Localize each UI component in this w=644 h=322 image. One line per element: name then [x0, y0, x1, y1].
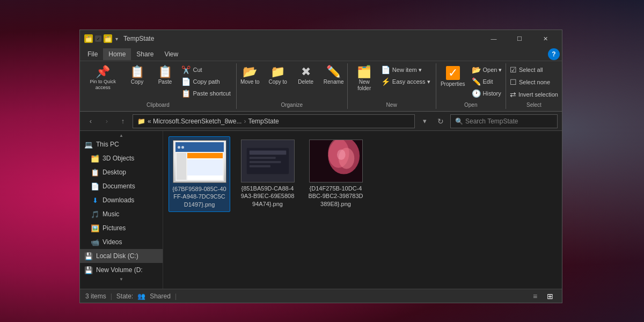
forward-button[interactable]: › [100, 115, 113, 128]
pin-icon: 📌 [96, 66, 110, 78]
content-area[interactable]: {67BF9589-085C-40FF-A948-7DC9C5CD1497}.p… [163, 131, 562, 289]
minimize-button[interactable]: — [481, 30, 506, 47]
close-button[interactable]: ✕ [533, 30, 558, 47]
thumb1-side [177, 153, 186, 180]
file-name-1: {851BA59D-CA88-49A3-B9EC-69E580894A74}.p… [240, 185, 295, 208]
organize-items: 📂 Move to 📁 Copy to ✖ Delete ✏️ Rename [237, 64, 347, 100]
sidebar-item-desktop[interactable]: 📋 Desktop [80, 165, 163, 179]
menu-file[interactable]: File [82, 48, 103, 60]
refresh-button[interactable]: ↻ [434, 115, 447, 128]
copy-path-button[interactable]: 📄 Copy path [179, 76, 232, 87]
sidebar-item-videos[interactable]: 📹 Videos [80, 235, 163, 249]
new-label: New [386, 102, 397, 108]
new-folder-button[interactable]: 🗂️ New folder [351, 64, 378, 93]
copy-button[interactable]: 📋 Copy [123, 64, 150, 87]
new-item-button[interactable]: 📄 New item ▾ [379, 64, 433, 75]
maximize-button[interactable]: ☐ [507, 30, 532, 47]
select-items: ☑ Select all ☐ Select none ⇄ Invert sele… [508, 64, 560, 100]
new-group: 🗂️ New folder 📄 New item ▾ ⚡ Easy access… [348, 63, 436, 109]
thumb1-content [175, 142, 224, 181]
new-small-btns: 📄 New item ▾ ⚡ Easy access ▾ [379, 64, 433, 87]
search-box[interactable]: 🔍 Search TempState [450, 114, 558, 128]
pin-quick-access-button[interactable]: 📌 Pin to Quick access [83, 64, 122, 92]
paste-label: Paste [158, 79, 172, 85]
status-sep1: | [111, 292, 112, 300]
copy-to-button[interactable]: 📁 Copy to [265, 64, 291, 87]
select-all-icon: ☑ [510, 65, 517, 74]
svg-rect-2 [249, 150, 286, 155]
history-button[interactable]: 🕐 History [470, 88, 504, 99]
titlebar: 🗂️ ✓ 🗂️ ▾ TempState — ☐ ✕ [80, 30, 562, 47]
easy-access-button[interactable]: ⚡ Easy access ▾ [379, 76, 433, 87]
file-name-2: {D14F275B-10DC-4BBC-9BC2-398783D389E8}.p… [308, 185, 363, 208]
sidebar-label-this-pc: This PC [96, 141, 119, 148]
open-button[interactable]: 📂 Open ▾ [470, 64, 504, 75]
pc-icon: 💻 [84, 140, 93, 149]
sidebar: ▲ 💻 This PC 🗂️ 3D Objects 📋 Desktop 📄 Do… [80, 131, 163, 289]
details-view-button[interactable]: ≡ [529, 291, 541, 302]
addressbar: ‹ › ↑ 📁 « Microsoft.ScreenSketch_8we... … [80, 112, 562, 131]
sidebar-item-this-pc[interactable]: 💻 This PC [80, 137, 163, 151]
menu-view[interactable]: View [159, 48, 184, 60]
sidebar-item-local-disk[interactable]: 💾 Local Disk (C:) [80, 249, 163, 263]
sidebar-item-new-volume[interactable]: 💾 New Volume (D: [80, 263, 163, 277]
cut-label: Cut [193, 67, 202, 73]
menubar: File Home Share View ? [80, 47, 562, 61]
up-button[interactable]: ↑ [116, 115, 129, 128]
titlebar-folder-icon: 🗂️ [84, 34, 93, 43]
select-all-button[interactable]: ☑ Select all [508, 64, 560, 75]
files-grid: {67BF9589-085C-40FF-A948-7DC9C5CD1497}.p… [169, 136, 557, 212]
sidebar-item-documents[interactable]: 📄 Documents [80, 179, 163, 193]
select-all-label: Select all [519, 67, 543, 73]
file-explorer-window: 🗂️ ✓ 🗂️ ▾ TempState — ☐ ✕ File Home Shar… [79, 30, 562, 303]
edit-button[interactable]: ✏️ Edit [470, 76, 504, 87]
properties-button[interactable]: ✓ Properties [437, 64, 469, 89]
paste-button[interactable]: 📋 Paste [151, 64, 178, 87]
file-thumbnail-1 [241, 140, 295, 182]
svg-rect-3 [249, 157, 275, 159]
paste-shortcut-button[interactable]: 📋 Paste shortcut [179, 88, 232, 99]
menu-home[interactable]: Home [103, 48, 131, 60]
edit-icon: ✏️ [472, 77, 481, 86]
sidebar-label-downloads: Downloads [103, 196, 134, 204]
path-dropdown-button[interactable]: ▾ [418, 115, 431, 128]
move-to-button[interactable]: 📂 Move to [237, 64, 264, 87]
menu-share[interactable]: Share [131, 48, 159, 60]
sidebar-item-pictures[interactable]: 🖼️ Pictures [80, 221, 163, 235]
select-none-button[interactable]: ☐ Select none [508, 77, 560, 87]
icon-view-button[interactable]: ⊞ [544, 291, 557, 302]
sidebar-label-videos: Videos [103, 238, 122, 246]
status-sep2: | [175, 292, 177, 300]
folder-icon-path: 📁 [137, 118, 145, 125]
new-items: 🗂️ New folder 📄 New item ▾ ⚡ Easy access… [351, 64, 433, 100]
help-button[interactable]: ? [548, 48, 560, 60]
sidebar-label-3d-objects: 3D Objects [103, 155, 134, 162]
svg-point-10 [336, 149, 345, 160]
back-button[interactable]: ‹ [84, 115, 97, 128]
sidebar-label-new-volume: New Volume (D: [96, 266, 143, 274]
open-icon: 📂 [472, 65, 481, 74]
rename-button[interactable]: ✏️ Rename [320, 64, 347, 87]
file-item-1[interactable]: {851BA59D-CA88-49A3-B9EC-69E580894A74}.p… [237, 136, 298, 212]
delete-button[interactable]: ✖ Delete [292, 64, 319, 87]
sidebar-item-3d-objects[interactable]: 🗂️ 3D Objects [80, 151, 163, 165]
pin-label: Pin to Quick access [86, 79, 119, 91]
clipboard-items: 📌 Pin to Quick access 📋 Copy 📋 Paste [83, 64, 233, 100]
svg-rect-4 [249, 161, 281, 163]
status-state-value: Shared [150, 292, 171, 300]
address-path[interactable]: 📁 « Microsoft.ScreenSketch_8we... › Temp… [133, 114, 415, 128]
path-current: TempState [248, 118, 279, 125]
desktop-icon: 📋 [91, 168, 99, 177]
history-icon: 🕐 [472, 89, 481, 98]
file-item-2[interactable]: {D14F275B-10DC-4BBC-9BC2-398783D389E8}.p… [305, 136, 367, 212]
thumb1-main [187, 153, 223, 180]
sidebar-item-downloads[interactable]: ⬇ Downloads [80, 193, 163, 207]
open-label: Open [464, 102, 477, 108]
videos-icon: 📹 [91, 238, 99, 246]
sidebar-item-music[interactable]: 🎵 Music [80, 207, 163, 221]
cut-button[interactable]: ✂️ Cut [179, 64, 232, 75]
invert-selection-button[interactable]: ⇄ Invert selection [508, 89, 560, 100]
thumb1-body [175, 152, 224, 181]
file-item-0[interactable]: {67BF9589-085C-40FF-A948-7DC9C5CD1497}.p… [169, 136, 230, 212]
thumb2-svg [241, 140, 294, 182]
